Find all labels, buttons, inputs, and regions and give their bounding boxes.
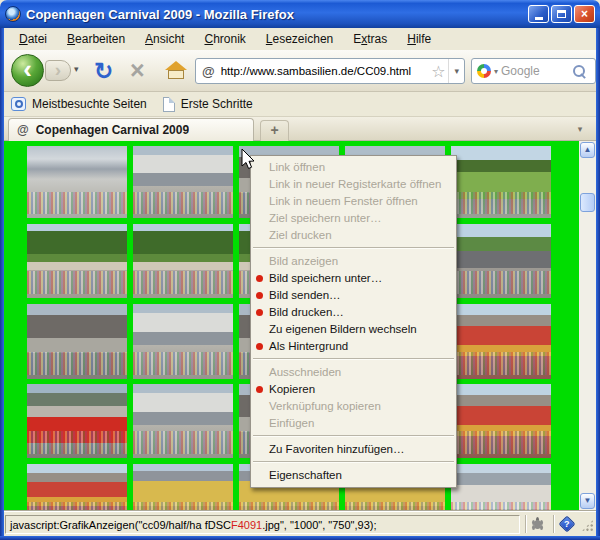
context-menu-item-label: Link in neuer Registerkarte öffnen [269,178,441,190]
home-button[interactable] [165,61,187,80]
photo-thumbnail[interactable] [451,384,551,458]
context-menu-item-verknupfung-kopieren: Verknüpfung kopieren [251,398,456,415]
most-visited-icon [11,97,26,111]
firefox-app-icon [5,6,21,22]
bookmark-star-icon[interactable]: ☆ [428,62,448,81]
stop-button[interactable]: × [130,56,145,85]
context-menu-item-zu-favoriten-hinzufugen[interactable]: Zu Favoriten hinzufügen… [251,441,456,458]
menubar-item-chronik[interactable]: Chronik [195,30,254,48]
url-input[interactable]: http://www.sambasilien.de/CC09.html [221,65,428,77]
context-menu-item-label: Zu Favoriten hinzufügen… [269,443,405,455]
status-text-end: .jpg", "1000", "750",93); [262,519,376,531]
photo-thumbnail[interactable] [27,304,127,379]
context-menu-item-ziel-drucken: Ziel drucken [251,227,456,244]
scrollbar-thumb[interactable] [580,193,595,212]
google-engine-icon[interactable] [477,64,491,78]
red-dot-annotation-icon [256,343,263,350]
list-all-tabs-button[interactable]: ▾ [569,121,591,137]
menubar-item-bearbeiten[interactable]: Bearbeiten [58,30,134,48]
bookmark-item-meistbesuchte-seiten[interactable]: Meistbesuchte Seiten [11,97,147,111]
context-menu-item-label: Bild senden… [269,289,341,301]
scroll-down-icon[interactable]: ▼ [580,493,595,509]
photo-thumbnail[interactable] [27,384,127,458]
context-menu-item-label: Als Hintergrund [269,340,348,352]
maximize-icon [557,10,566,18]
context-menu-item-zu-eigenen-bildern-wechseln[interactable]: Zu eigenen Bildern wechseln [251,321,456,338]
context-menu-item-bild-senden[interactable]: Bild senden… [251,287,456,304]
context-menu-item-label: Bild drucken… [269,306,344,318]
context-menu-item-label: Zu eigenen Bildern wechseln [269,323,417,335]
close-icon: × [581,8,588,20]
photo-thumbnail[interactable] [451,304,551,379]
context-menu-item-bild-speichern-unter[interactable]: Bild speichern unter… [251,270,456,287]
statusbar-separator [525,515,526,533]
scroll-up-icon[interactable]: ▲ [580,142,595,158]
context-menu-item-label: Verknüpfung kopieren [269,400,381,412]
status-text-field: javascript:GrafikAnzeigen("cc09/half/ha … [5,515,520,534]
close-button[interactable]: × [574,5,595,23]
photo-thumbnail[interactable] [133,304,233,379]
red-dot-annotation-icon [256,292,263,299]
reload-button[interactable]: ↻ [94,58,113,85]
minimize-icon [535,17,543,20]
help-diamond-icon[interactable]: ? [559,516,576,533]
menubar-item-datei[interactable]: Datei [10,30,56,48]
bookmark-label: Meistbesuchte Seiten [32,97,147,111]
photo-thumbnail[interactable] [27,224,127,298]
menubar-item-hilfe[interactable]: Hilfe [398,30,440,48]
photo-thumbnail[interactable] [133,384,233,458]
red-dot-annotation-icon [256,309,263,316]
context-menu-item-bild-drucken[interactable]: Bild drucken… [251,304,456,321]
addon-bug-icon[interactable] [534,520,541,529]
vertical-scrollbar[interactable]: ▲ ▼ [579,141,596,510]
photo-thumbnail[interactable] [133,464,233,510]
back-button[interactable]: ‹ [11,54,44,87]
context-menu-item-label: Ausschneiden [269,366,341,378]
photo-thumbnail[interactable] [451,146,551,218]
minimize-button[interactable] [528,5,549,23]
photo-thumbnail[interactable] [27,146,127,218]
url-dropdown-icon[interactable]: ▾ [448,59,464,83]
context-menu-item-label: Link in neuem Fenster öffnen [269,195,418,207]
context-menu-separator [253,435,454,437]
url-bar[interactable]: @ http://www.sambasilien.de/CC09.html ☆ … [195,58,465,84]
menubar-item-lesezeichen[interactable]: Lesezeichen [257,30,342,48]
maximize-button[interactable] [551,5,572,23]
photo-thumbnail[interactable] [27,464,127,510]
photo-thumbnail[interactable] [451,464,551,510]
menubar-item-ansicht[interactable]: Ansicht [136,30,193,48]
history-dropdown-icon[interactable]: ▾ [74,64,79,74]
search-bar[interactable]: ▾ Google [471,58,596,84]
resize-grip[interactable] [581,519,594,532]
bookmarks-toolbar: Meistbesuchte SeitenErste Schritte [4,92,596,117]
context-menu-separator [253,247,454,249]
context-menu-item-label: Ziel drucken [269,229,332,241]
context-menu-item-label: Eigenschaften [269,469,342,481]
tab-copenhagen-carnival-2009[interactable]: @ Copenhagen Carnival 2009 [8,118,254,141]
photo-thumbnail[interactable] [133,146,233,218]
menubar-item-extras[interactable]: Extras [344,30,396,48]
photo-thumbnail[interactable] [451,224,551,298]
page-icon [163,97,175,112]
bookmark-item-erste-schritte[interactable]: Erste Schritte [163,97,253,112]
search-engine-dropdown-icon[interactable]: ▾ [494,67,498,76]
context-menu-item-eigenschaften[interactable]: Eigenschaften [251,467,456,484]
search-icon[interactable] [573,65,585,77]
context-menu-item-ausschneiden: Ausschneiden [251,364,456,381]
forward-button[interactable]: › [45,60,71,81]
context-menu-item-einfugen: Einfügen [251,415,456,432]
context-menu-item-kopieren[interactable]: Kopieren [251,381,456,398]
navigation-toolbar: ‹ › ▾ ↻ × @ http://www.sambasilien.de/CC… [4,50,596,92]
context-menu-item-label: Bild anzeigen [269,255,338,267]
tab-favicon: @ [17,123,29,137]
new-tab-button[interactable]: + [260,120,289,141]
context-menu-item-als-hintergrund[interactable]: Als Hintergrund [251,338,456,355]
search-input[interactable]: Google [501,64,573,78]
photo-thumbnail[interactable] [133,224,233,298]
context-menu-item-link-in-neuem-fenster-offnen: Link in neuem Fenster öffnen [251,193,456,210]
red-dot-annotation-icon [256,386,263,393]
menubar: DateiBearbeitenAnsichtChronikLesezeichen… [4,28,596,50]
status-text: javascript:GrafikAnzeigen("cc09/half/ha … [10,519,231,531]
titlebar: Copenhagen Carnival 2009 - Mozilla Firef… [0,0,600,28]
context-menu-separator [253,358,454,360]
